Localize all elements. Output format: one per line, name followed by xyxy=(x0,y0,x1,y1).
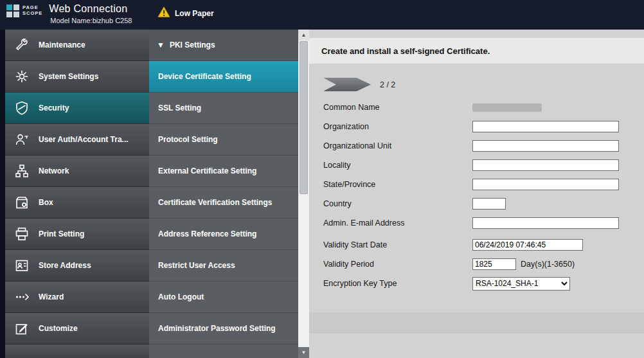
step-indicator: 2 / 2 xyxy=(323,78,644,91)
form-row-encryption-key-type: Encryption Key Type RSA-1024_SHA-1 xyxy=(323,274,644,293)
country-input[interactable] xyxy=(472,198,506,210)
encryption-key-type-select[interactable]: RSA-1024_SHA-1 xyxy=(472,277,570,291)
form-row-locality: Locality xyxy=(323,156,644,175)
sidebar-item-system-settings[interactable]: System Settings xyxy=(5,61,149,93)
organization-label: Organization xyxy=(323,122,472,131)
submenu-item-address-reference-setting[interactable]: Address Reference Setting xyxy=(149,219,298,250)
submenu-item-external-certificate-setting[interactable]: External Certificate Setting xyxy=(149,156,298,187)
pki-settings-submenu: ▼ PKI Settings Device Certificate Settin… xyxy=(149,30,298,358)
sidebar-item-store-address[interactable]: Store Address xyxy=(5,250,149,282)
user-key-icon xyxy=(13,131,30,148)
sidebar-item-user-auth[interactable]: User Auth/Account Tra... xyxy=(5,124,149,156)
encryption-key-type-label: Encryption Key Type xyxy=(323,279,472,288)
logo-line1: PAGE xyxy=(22,4,39,10)
sidebar-item-security[interactable]: Security xyxy=(5,93,149,124)
form-row-organization: Organization xyxy=(323,117,644,136)
chevron-down-icon: ▼ xyxy=(157,40,165,49)
device-alert[interactable]: Low Paper xyxy=(157,6,214,21)
organizational-unit-input[interactable] xyxy=(472,140,619,152)
sidebar-item-print-setting[interactable]: Print Setting xyxy=(5,219,149,250)
main-content: Create and install a self-signed Certifi… xyxy=(309,30,644,358)
state-province-label: State/Province xyxy=(323,180,472,189)
form-row-state-province: State/Province xyxy=(323,175,644,194)
form-row-admin-email: Admin. E-mail Address xyxy=(323,213,644,233)
pencil-icon xyxy=(13,320,30,337)
submenu-item-partial[interactable] xyxy=(149,345,298,358)
model-name: Model Name:bizhub C258 xyxy=(50,17,132,24)
submenu-item-label: SSL Setting xyxy=(158,103,201,112)
validity-start-date-label: Validity Start Date xyxy=(323,240,472,249)
scrollbar-thumb[interactable] xyxy=(300,41,308,194)
address-book-icon xyxy=(13,257,30,274)
warning-triangle-icon xyxy=(157,6,170,21)
certificate-form: Common Name Organization Organizational … xyxy=(309,98,644,293)
pagescope-logo-icon xyxy=(6,4,19,17)
country-label: Country xyxy=(323,199,472,208)
pagescope-logo-text: PAGE SCOPE xyxy=(22,4,42,17)
submenu-item-label: External Certificate Setting xyxy=(158,166,256,175)
main-nav-sidebar: Maintenance System Settings Security Use… xyxy=(5,30,149,358)
submenu-item-administrator-password-setting[interactable]: Administrator Password Setting xyxy=(149,313,298,345)
submenu-item-label: Certificate Verification Settings xyxy=(158,198,272,207)
alert-label: Low Paper xyxy=(175,9,214,18)
validity-period-label: Validity Period xyxy=(323,260,472,269)
submenu-header-pki-settings[interactable]: ▼ PKI Settings xyxy=(149,30,298,61)
box-icon xyxy=(13,194,30,211)
form-row-organizational-unit: Organizational Unit xyxy=(323,136,644,156)
form-row-validity-start-date: Validity Start Date xyxy=(323,235,644,255)
organizational-unit-label: Organizational Unit xyxy=(323,141,472,150)
printer-icon xyxy=(13,226,30,242)
submenu-item-restrict-user-access[interactable]: Restrict User Access xyxy=(149,250,298,282)
submenu-item-label: Device Certificate Setting xyxy=(158,72,251,81)
validity-start-date-input[interactable] xyxy=(472,239,583,251)
top-header: PAGE SCOPE Web Connection Model Name:biz… xyxy=(0,0,644,30)
sidebar-item-label: Box xyxy=(39,198,53,207)
submenu-item-auto-logout[interactable]: Auto Logout xyxy=(149,282,298,313)
submenu-item-device-certificate-setting[interactable]: Device Certificate Setting xyxy=(149,61,298,93)
footer-strip xyxy=(309,312,644,334)
scroll-down-button[interactable]: ▼ xyxy=(298,347,309,358)
pagescope-logo: PAGE SCOPE xyxy=(6,3,42,17)
sidebar-item-label: Security xyxy=(39,103,69,112)
sidebar-item-maintenance[interactable]: Maintenance xyxy=(5,30,149,61)
form-row-validity-period: Validity Period Day(s)(1-3650) xyxy=(323,255,644,274)
submenu-item-label: Auto Logout xyxy=(158,292,204,301)
submenu-scrollbar[interactable]: ▲ ▼ xyxy=(298,30,309,358)
submenu-item-label: Administrator Password Setting xyxy=(158,324,276,333)
sidebar-item-network[interactable]: Network xyxy=(5,156,149,187)
validity-period-input[interactable] xyxy=(472,258,516,270)
sidebar-item-label: Maintenance xyxy=(39,40,85,49)
submenu-item-label: Protocol Setting xyxy=(158,135,218,144)
gear-icon xyxy=(13,68,30,85)
admin-email-label: Admin. E-mail Address xyxy=(323,219,472,228)
common-name-label: Common Name xyxy=(323,103,472,112)
network-icon xyxy=(13,163,30,179)
wrench-icon xyxy=(13,37,30,53)
step-count: 2 / 2 xyxy=(380,80,395,89)
submenu-item-certificate-verification-settings[interactable]: Certificate Verification Settings xyxy=(149,187,298,219)
sidebar-item-label: Customize xyxy=(39,324,78,333)
scroll-up-button[interactable]: ▲ xyxy=(298,30,309,40)
sidebar-item-label: System Settings xyxy=(39,72,98,81)
sidebar-item-label: User Auth/Account Tra... xyxy=(39,135,129,144)
state-province-input[interactable] xyxy=(472,179,619,190)
sidebar-item-wizard[interactable]: Wizard xyxy=(5,282,149,313)
sidebar-item-label: Wizard xyxy=(39,292,64,301)
sidebar-item-label: Store Address xyxy=(39,261,91,270)
organization-input[interactable] xyxy=(472,121,619,132)
sidebar-item-partial[interactable] xyxy=(5,345,149,358)
admin-email-input[interactable] xyxy=(472,217,619,229)
sidebar-item-customize[interactable]: Customize xyxy=(5,313,149,345)
locality-label: Locality xyxy=(323,161,472,170)
submenu-item-protocol-setting[interactable]: Protocol Setting xyxy=(149,124,298,156)
submenu-item-ssl-setting[interactable]: SSL Setting xyxy=(149,93,298,124)
sidebar-item-box[interactable]: Box xyxy=(5,187,149,219)
sidebar-item-label: Network xyxy=(39,166,69,175)
sidebar-item-label: Print Setting xyxy=(39,229,84,238)
locality-input[interactable] xyxy=(472,159,619,171)
app-title: Web Connection xyxy=(49,3,132,15)
submenu-item-label: Address Reference Setting xyxy=(158,229,256,238)
shield-icon xyxy=(13,100,30,116)
step-arrow-icon xyxy=(323,78,371,91)
validity-period-suffix: Day(s)(1-3650) xyxy=(521,260,575,269)
